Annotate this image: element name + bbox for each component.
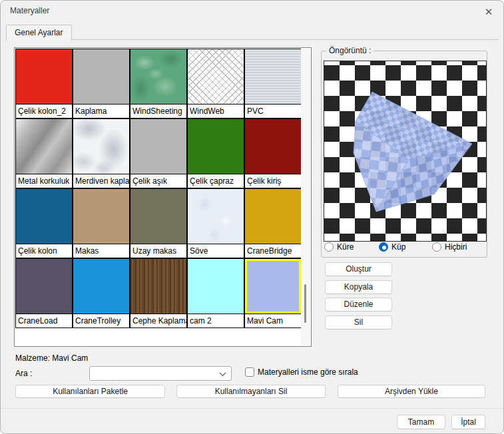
material-name: PVC xyxy=(245,104,301,118)
preview-group-label: Öngörüntü : xyxy=(326,46,374,55)
load-archive-button[interactable]: Arşivden Yükle xyxy=(338,385,485,398)
edit-button[interactable]: Düzenle xyxy=(325,298,392,312)
material-name: Kaplama xyxy=(73,104,129,118)
material-cell[interactable]: Mavi Cam xyxy=(244,258,302,328)
material-cell[interactable]: WindWeb xyxy=(187,49,244,118)
material-swatch[interactable] xyxy=(16,259,72,314)
materials-panel: Çelik kolon_2KaplamaWindSheetingWindWebP… xyxy=(14,47,312,347)
cube-preview xyxy=(324,61,486,241)
material-cell[interactable]: CraneBridge xyxy=(244,188,302,258)
search-label: Ara : xyxy=(15,369,32,378)
radio-kure[interactable]: Küre xyxy=(324,242,354,252)
checkbox-icon xyxy=(245,367,254,377)
radio-hicbiri-label: Hiçbiri xyxy=(445,242,467,252)
pack-used-button[interactable]: Kullanılanları Paketle xyxy=(15,385,165,398)
material-cell[interactable]: Metal korkuluk xyxy=(15,118,73,188)
material-name: WindSheeting xyxy=(130,104,186,118)
ok-button[interactable]: Tamam xyxy=(397,415,445,429)
material-cell[interactable]: Kaplama xyxy=(73,49,130,118)
material-cell[interactable]: Söve xyxy=(187,188,244,258)
material-swatch[interactable] xyxy=(130,49,186,104)
material-swatch[interactable] xyxy=(73,189,129,244)
material-swatch[interactable] xyxy=(188,49,244,104)
close-icon: ✕ xyxy=(485,6,493,17)
material-name: Metal korkuluk xyxy=(16,174,72,188)
close-button[interactable]: ✕ xyxy=(481,4,497,20)
material-cell[interactable]: WindSheeting xyxy=(130,49,187,118)
material-name: Uzay makas xyxy=(130,244,186,258)
material-swatch[interactable] xyxy=(245,189,301,244)
material-swatch[interactable] xyxy=(16,49,72,104)
delete-unused-button[interactable]: Kullanılmayanları Sil xyxy=(176,385,326,398)
create-button[interactable]: Oluştur xyxy=(325,262,392,276)
material-name: Cephe Kaplama xyxy=(130,314,186,327)
material-name: Çelik kolon xyxy=(16,244,72,258)
material-cell[interactable]: Çelik çapraz xyxy=(187,118,244,188)
material-cell[interactable]: Çelik kolon_2 xyxy=(15,49,73,118)
material-name: Çelik aşık xyxy=(130,174,186,188)
material-swatch[interactable] xyxy=(188,259,244,314)
radio-kure-label: Küre xyxy=(337,242,354,252)
material-cell[interactable]: Makas xyxy=(73,188,130,258)
material-name: Makas xyxy=(73,244,129,258)
tabstrip-divider xyxy=(6,39,499,40)
material-swatch[interactable] xyxy=(73,119,129,174)
material-name: Çelik kolon_2 xyxy=(16,104,72,118)
selected-material-label: Malzeme: Mavi Cam xyxy=(15,353,88,363)
delete-button[interactable]: Sil xyxy=(325,316,392,329)
material-cell[interactable]: cam 2 xyxy=(187,258,244,328)
material-name: cam 2 xyxy=(188,314,244,327)
page-title: Materyaller xyxy=(10,6,49,15)
material-name: Söve xyxy=(188,244,244,258)
material-swatch[interactable] xyxy=(73,49,129,104)
title-bar: Materyaller ✕ xyxy=(1,1,503,22)
radio-hicbiri-icon xyxy=(432,242,441,252)
material-name: Çelik çapraz xyxy=(188,174,244,188)
material-cell[interactable]: Merdiven kaplam xyxy=(73,118,130,188)
copy-button[interactable]: Kopyala xyxy=(325,280,392,294)
material-cell[interactable]: Çelik aşık xyxy=(130,118,187,188)
radio-kup-label: Küp xyxy=(391,242,405,252)
material-swatch[interactable] xyxy=(130,259,186,314)
scrollbar-thumb[interactable] xyxy=(304,284,306,323)
material-swatch[interactable] xyxy=(16,119,72,174)
material-swatch[interactable] xyxy=(130,189,186,244)
material-swatch[interactable] xyxy=(245,259,301,314)
material-swatch[interactable] xyxy=(130,119,186,174)
material-name: WindWeb xyxy=(188,104,244,118)
radio-kup-icon xyxy=(379,242,388,252)
material-swatch[interactable] xyxy=(245,119,301,174)
material-name: CraneBridge xyxy=(245,244,301,258)
material-name: Merdiven kaplam xyxy=(73,174,129,188)
materials-scrollbar[interactable] xyxy=(301,49,310,345)
sort-checkbox-label: Materyalleri isme göre sırala xyxy=(258,367,358,377)
footer-divider xyxy=(1,408,503,409)
radio-kup[interactable]: Küp xyxy=(379,242,405,252)
material-cell[interactable]: PVC xyxy=(244,49,302,118)
search-combobox[interactable] xyxy=(89,366,232,381)
material-swatch[interactable] xyxy=(245,49,301,104)
radio-hicbiri[interactable]: Hiçbiri xyxy=(432,242,467,252)
material-cell[interactable]: CraneLoad xyxy=(15,258,73,328)
material-name: Çelik kiriş xyxy=(245,174,301,188)
material-swatch[interactable] xyxy=(73,259,129,314)
tab-genel-ayarlar[interactable]: Genel Ayarlar xyxy=(6,25,72,41)
radio-kure-icon xyxy=(324,242,334,252)
material-name: Mavi Cam xyxy=(245,314,301,327)
material-cell[interactable]: CraneTrolley xyxy=(73,258,130,328)
material-cell[interactable]: Cephe Kaplama xyxy=(130,258,187,328)
material-cell[interactable]: Çelik kiriş xyxy=(244,118,302,188)
material-cell[interactable]: Çelik kolon xyxy=(15,188,73,258)
materials-dialog: Materyaller ✕ Genel Ayarlar Çelik kolon_… xyxy=(0,0,504,434)
materials-grid: Çelik kolon_2KaplamaWindSheetingWindWebP… xyxy=(15,49,302,328)
sort-checkbox[interactable]: Materyalleri isme göre sırala xyxy=(245,367,358,377)
chevron-down-icon xyxy=(219,372,226,377)
material-name: CraneTrolley xyxy=(73,314,129,327)
material-cell[interactable]: Uzay makas xyxy=(130,188,187,258)
cancel-button[interactable]: İptal xyxy=(451,415,485,429)
material-name: CraneLoad xyxy=(16,314,72,327)
preview-canvas xyxy=(324,61,487,242)
material-swatch[interactable] xyxy=(188,189,244,244)
material-swatch[interactable] xyxy=(16,189,72,244)
material-swatch[interactable] xyxy=(188,119,244,174)
